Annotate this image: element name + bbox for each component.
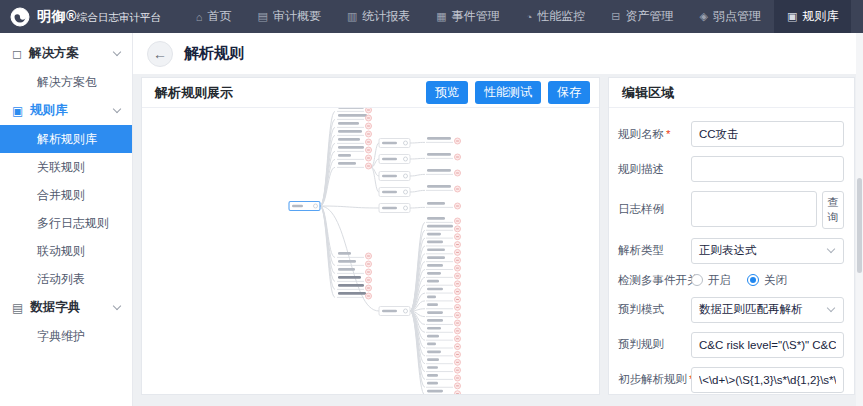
scrollbar-thumb[interactable]: [857, 178, 862, 273]
nav-item-system[interactable]: ⊞系统: [851, 0, 863, 33]
perf-monitor-icon: ◔: [526, 11, 533, 23]
parse-rule-display-panel: 解析规则展示 预览 性能测试 保存: [141, 77, 600, 395]
logo-icon: [10, 7, 30, 27]
rule-name-input[interactable]: [691, 121, 844, 147]
nav-item-event-mgmt[interactable]: ▦事件管理: [423, 0, 512, 33]
home-icon: ⌂: [196, 11, 203, 23]
required-asterisk: *: [666, 128, 670, 140]
brand: 明御®综合日志审计平台: [0, 7, 171, 27]
predict-mode-label: 预判模式: [618, 302, 691, 317]
radio-closed[interactable]: 关闭: [747, 273, 787, 288]
chevron-down-icon: [113, 48, 121, 56]
sidebar-group-dictionary[interactable]: ▤ 数据字典: [0, 293, 132, 322]
nav-item-audit-overview[interactable]: ▤审计概要: [244, 0, 333, 33]
nav-menu: ⌂首页 ▤审计概要 ▥统计报表 ▦事件管理 ◔性能监控 ⊟资产管理 ◈弱点管理 …: [183, 0, 863, 33]
edit-panel-title: 编辑区域: [622, 84, 674, 102]
nav-item-stats-report[interactable]: ▥统计报表: [334, 0, 423, 33]
sidebar: ◻ 解决方案 解决方案包 ▣ 规则库 解析规则库 关联规则 合并规则 多行日志规…: [0, 33, 133, 406]
sidebar-item-dict-maintain[interactable]: 字典维护: [0, 322, 132, 350]
weakness-mgmt-icon: ◈: [700, 10, 708, 23]
rule-name-label: 规则名称*: [618, 127, 691, 142]
sidebar-item-activity-list[interactable]: 活动列表: [0, 265, 132, 293]
chevron-down-icon: [113, 302, 121, 310]
predict-rule-input[interactable]: [691, 332, 844, 358]
log-sample-label: 日志样例: [618, 191, 691, 229]
back-arrow-icon: ←: [153, 46, 167, 62]
radio-circle-icon: [691, 274, 703, 286]
event-mgmt-icon: ▦: [436, 10, 446, 23]
chevron-down-icon: [827, 245, 835, 253]
rule-desc-label: 规则描述: [618, 162, 691, 177]
sidebar-item-solution-pack[interactable]: 解决方案包: [0, 68, 132, 96]
nav-item-perf-monitor[interactable]: ◔性能监控: [513, 0, 599, 33]
solution-icon: ◻: [12, 47, 22, 61]
sidebar-item-assoc-rules[interactable]: 关联规则: [0, 153, 132, 181]
chevron-down-icon: [827, 304, 835, 312]
nav-item-home[interactable]: ⌂首页: [183, 0, 245, 33]
parse-type-select[interactable]: 正则表达式: [691, 238, 844, 264]
rules-icon: ▣: [12, 104, 23, 118]
audit-overview-icon: ▤: [257, 10, 267, 23]
page-header: ← 解析规则: [133, 33, 863, 74]
radio-open[interactable]: 开启: [691, 273, 731, 288]
multi-event-radio-group: 开启 关闭: [691, 273, 787, 288]
sidebar-item-merge-rules[interactable]: 合并规则: [0, 181, 132, 209]
sidebar-item-linkage-rules[interactable]: 联动规则: [0, 237, 132, 265]
query-button[interactable]: 查询: [822, 191, 844, 229]
top-navbar: 明御®综合日志审计平台 ⌂首页 ▤审计概要 ▥统计报表 ▦事件管理 ◔性能监控 …: [0, 0, 863, 33]
rule-desc-input[interactable]: [691, 156, 844, 182]
perf-test-button[interactable]: 性能测试: [475, 81, 541, 104]
window-scrollbar[interactable]: [856, 33, 863, 406]
nav-item-rule-lib[interactable]: ▣规则库: [774, 0, 851, 33]
stats-report-icon: ▥: [347, 10, 357, 23]
init-parse-rule-label: 初步解析规则*: [618, 372, 691, 387]
save-button[interactable]: 保存: [548, 81, 590, 104]
predict-mode-select[interactable]: 数据正则匹配再解析: [691, 297, 844, 323]
chevron-down-icon: [113, 105, 121, 113]
parse-type-label: 解析类型: [618, 243, 691, 258]
predict-rule-label: 预判规则: [618, 337, 691, 352]
radio-circle-icon: [747, 274, 759, 286]
tree-panel-title: 解析规则展示: [155, 84, 233, 102]
rule-lib-icon: ▣: [787, 10, 797, 23]
edit-area-panel: 编辑区域 规则名称* 规则描述 日志样例 查询 解析类型 正则表达式 检测多事件…: [608, 77, 855, 395]
brand-subtitle: 综合日志审计平台: [77, 11, 161, 23]
nav-item-asset-mgmt[interactable]: ⊟资产管理: [598, 0, 686, 33]
nav-item-weakness-mgmt[interactable]: ◈弱点管理: [687, 0, 774, 33]
sidebar-item-multiline-log-rules[interactable]: 多行日志规则: [0, 209, 132, 237]
asset-mgmt-icon: ⊟: [611, 10, 620, 23]
sidebar-group-solution[interactable]: ◻ 解决方案: [0, 39, 132, 68]
back-button[interactable]: ←: [147, 41, 173, 67]
sidebar-group-rules[interactable]: ▣ 规则库: [0, 96, 132, 125]
page-title: 解析规则: [184, 44, 244, 63]
dictionary-icon: ▤: [12, 301, 23, 315]
preview-button[interactable]: 预览: [426, 81, 468, 104]
multi-event-label: 检测多事件开关: [618, 273, 691, 288]
tree-canvas[interactable]: [142, 108, 599, 394]
init-parse-rule-input[interactable]: [691, 367, 844, 393]
brand-name: 明御®: [37, 8, 77, 24]
log-sample-textarea[interactable]: [691, 191, 817, 227]
sidebar-item-parse-rule-lib[interactable]: 解析规则库: [0, 125, 132, 153]
parse-rule-tree[interactable]: [142, 108, 599, 394]
